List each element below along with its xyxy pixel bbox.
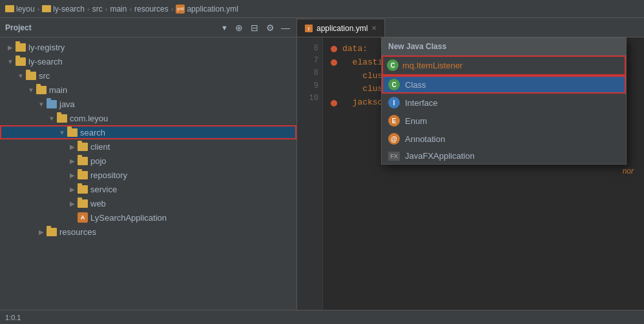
breakpoint-6 (331, 46, 337, 52)
line-num-9: 9 (301, 80, 318, 92)
tree-arrow-main (26, 85, 36, 95)
annotation-label: Annotation (405, 134, 445, 144)
nor-label: nor (623, 167, 634, 176)
tree-item-service[interactable]: service (0, 182, 296, 196)
tree-arrow-resources (36, 227, 47, 237)
tree-item-main[interactable]: main (0, 83, 296, 97)
tree-label-ly-search: ly-search (28, 57, 63, 66)
breakpoint-7 (331, 59, 337, 66)
tab-bar: y application.yml ✕ (297, 18, 644, 37)
tree-item-repository[interactable]: repository (0, 168, 296, 182)
dialog-title: New Java Class (382, 38, 626, 56)
breadcrumb-item-src[interactable]: src (92, 5, 103, 14)
project-sidebar: Project ▼ ⊕ ⊟ ⚙ — ly-registry ly-search (0, 18, 297, 310)
tree-arrow-pojo (67, 156, 78, 166)
tree-label-service: service (90, 185, 117, 194)
sidebar-settings-icon[interactable]: ⚙ (264, 22, 276, 34)
yml-file-icon: yml (176, 5, 185, 14)
editor-section: y application.yml ✕ 6 7 8 9 10 data: (297, 18, 644, 310)
tree-item-pojo[interactable]: pojo (0, 154, 296, 168)
breadcrumb-item-main[interactable]: main (110, 5, 127, 14)
line-num-8: 8 (301, 67, 318, 79)
tree-item-resources[interactable]: resources (0, 225, 296, 239)
folder-icon-search (67, 128, 78, 137)
tree-arrow-src (16, 70, 26, 81)
line-num-7: 7 (301, 55, 318, 67)
tab-yml-icon: y (305, 25, 313, 32)
sidebar-add-icon[interactable]: ⊕ (233, 22, 245, 34)
sidebar-minimize-icon[interactable]: — (280, 22, 291, 34)
javafx-icon: FX (388, 152, 400, 161)
tab-label: application.yml (317, 24, 368, 33)
folder-icon-web (78, 199, 88, 208)
folder-icon-repository (78, 171, 88, 179)
sidebar-header: Project ▼ ⊕ ⊟ ⚙ — (0, 18, 296, 37)
tree-arrow-ly-registry (5, 42, 16, 52)
new-java-class-dialog: New Java Class C mq.ItemListener C Class (381, 37, 627, 165)
tree-arrow-repository (67, 170, 78, 180)
tree-item-com-leyou[interactable]: com.leyou (0, 111, 296, 125)
tree-arrow-ly-search (5, 56, 16, 66)
class-icon: C (388, 79, 400, 90)
status-text: 1:0.1 (5, 314, 21, 321)
tree-label-ly-search-app: LySearchApplication (90, 213, 167, 223)
tab-close-btn[interactable]: ✕ (371, 25, 377, 32)
breadcrumb-item-resources[interactable]: resources (134, 5, 169, 14)
tree-arrow-web (67, 198, 78, 208)
dialog-menu-item-enum[interactable]: E Enum (382, 112, 626, 130)
code-data-key: data: (342, 43, 368, 56)
folder-icon-java (47, 100, 57, 108)
enum-icon: E (388, 115, 400, 127)
bp-empty-8 (331, 73, 337, 79)
line-num-6: 6 (301, 43, 318, 55)
dialog-input-value: mq.ItemListener (402, 61, 621, 70)
status-bar: 1:0.1 (0, 310, 644, 324)
tree-arrow-java (36, 99, 47, 109)
breadcrumb: leyou › ly-search › src › main › resourc… (0, 0, 644, 18)
line-numbers: 6 7 8 9 10 (297, 37, 323, 310)
dialog-menu-item-interface[interactable]: I Interface (382, 94, 626, 112)
tree-label-web: web (90, 199, 106, 208)
tree-label-repository: repository (90, 170, 127, 180)
tree-item-ly-registry[interactable]: ly-registry (0, 40, 296, 54)
interface-label: Interface (405, 98, 438, 108)
tree-item-web[interactable]: web (0, 196, 296, 210)
tree-item-client[interactable]: client (0, 139, 296, 154)
annotation-icon: @ (388, 133, 400, 145)
tree-item-ly-search-application[interactable]: A LySearchApplication (0, 210, 296, 225)
tree-item-src[interactable]: src (0, 68, 296, 83)
tree-arrow-search (57, 127, 67, 137)
folder-icon-client (78, 143, 88, 151)
breakpoint-10 (331, 100, 337, 106)
tab-application-yml[interactable]: y application.yml ✕ (297, 19, 385, 37)
breadcrumb-item-leyou[interactable]: leyou (5, 5, 35, 14)
sidebar-collapse-icon[interactable]: ⊟ (249, 22, 260, 34)
folder-icon-pojo (78, 157, 88, 165)
folder-icon (5, 5, 14, 12)
tree-arrow-service (67, 184, 78, 194)
dialog-menu-item-javafx[interactable]: FX JavaFXApplication (382, 148, 626, 164)
project-tree: ly-registry ly-search src main (0, 37, 296, 310)
tree-label-search: search (80, 128, 105, 137)
tree-label-main: main (49, 85, 67, 95)
dialog-input-row[interactable]: C mq.ItemListener (382, 56, 626, 76)
folder-icon-resources (47, 228, 57, 236)
sidebar-dropdown-arrow[interactable]: ▼ (221, 24, 228, 32)
tree-item-search[interactable]: search (0, 125, 296, 139)
tree-item-java[interactable]: java (0, 97, 296, 111)
breadcrumb-item-ly-search[interactable]: ly-search (42, 5, 85, 14)
tree-label-com-leyou: com.leyou (70, 114, 108, 123)
interface-icon: I (388, 97, 400, 108)
enum-label: Enum (405, 116, 427, 126)
folder-icon-ly-registry (16, 43, 26, 52)
tree-arrow-com-leyou (47, 113, 57, 123)
class-label: Class (405, 80, 426, 90)
folder-icon-com-leyou (57, 114, 67, 123)
breadcrumb-item-yml[interactable]: yml application.yml (176, 5, 238, 14)
dialog-menu-item-class[interactable]: C Class (382, 76, 626, 94)
file-icon-app: A (78, 212, 88, 223)
dialog-menu-item-annotation[interactable]: @ Annotation (382, 130, 626, 148)
folder-icon-ly-search (16, 57, 26, 66)
bp-empty-9 (331, 86, 337, 93)
tree-item-ly-search[interactable]: ly-search (0, 54, 296, 68)
